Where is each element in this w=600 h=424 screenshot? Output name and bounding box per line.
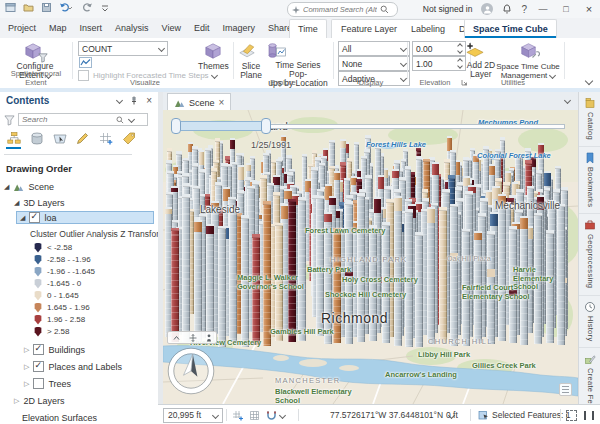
configure-extent-button[interactable] [24, 42, 46, 62]
tab-feature-layer[interactable]: Feature Layer [341, 24, 397, 34]
expand-navigator-icon[interactable] [173, 335, 180, 341]
tab-space-time-cube[interactable]: Space Time Cube [464, 19, 557, 38]
elevation-base-spinner[interactable]: 0.00 [412, 41, 466, 56]
tree-item-loa[interactable]: ◢ loa [16, 211, 154, 224]
slice-plane-button[interactable]: SlicePlane [238, 42, 264, 80]
command-search[interactable] [287, 2, 398, 17]
tab-analysis[interactable]: Analysis [115, 23, 149, 33]
tab-labeling[interactable]: Labeling [411, 24, 445, 34]
dock-tab-geoprocessing[interactable]: Geoprocessing [579, 214, 600, 295]
list-by-snapping-icon[interactable] [98, 132, 113, 149]
save-project-icon[interactable] [41, 2, 52, 13]
tab-project[interactable]: Project [8, 23, 36, 33]
maximize-button[interactable]: □ [559, 4, 573, 14]
display-dropdown-none[interactable]: None [338, 56, 410, 71]
list-by-drawing-order-icon[interactable] [6, 132, 21, 149]
minimize-button[interactable]: — [536, 4, 550, 14]
spinner-arrows-icon[interactable] [458, 59, 462, 68]
pane-menu-chevron-icon[interactable] [116, 97, 123, 104]
snapping-grid-plus-icon[interactable] [232, 410, 243, 421]
group-spatiotemporal-extent: Spatiotemporal Extent [0, 69, 72, 87]
variable-dropdown[interactable]: COUNT [78, 41, 168, 56]
layer-visibility-checkbox[interactable] [33, 378, 44, 389]
open-project-icon[interactable] [23, 2, 34, 13]
stc-management-button[interactable]: Space Time CubeManagement [496, 42, 560, 80]
signin-status[interactable]: Not signed in [423, 4, 473, 14]
layer-visibility-checkbox[interactable] [33, 361, 44, 372]
snapping-toggle[interactable] [266, 410, 285, 421]
map-scale-select[interactable]: 20,995 ft [163, 405, 223, 424]
command-search-input[interactable] [303, 5, 377, 14]
display-dropdown-all[interactable]: All [338, 41, 410, 56]
tab-insert[interactable]: Insert [80, 23, 103, 33]
arcgis-pro-window: Not signed in ? — □ × Project Map Insert… [0, 0, 600, 424]
spinner-arrows-icon[interactable] [458, 44, 462, 53]
chevron-down-icon [400, 45, 407, 52]
first-person-icon[interactable] [206, 334, 212, 342]
ribbon-collapse-icon[interactable] [583, 76, 592, 86]
notifications-icon[interactable] [502, 4, 512, 15]
list-by-selection-icon[interactable] [52, 132, 67, 149]
close-pane-icon[interactable]: × [146, 95, 152, 106]
selection-box-icon[interactable] [566, 410, 577, 421]
collapsed-icon[interactable]: ▷ [24, 346, 29, 353]
dock-tab-catalog[interactable]: Catalog [579, 92, 600, 147]
account-avatar[interactable] [481, 3, 493, 15]
tree-item-scene[interactable]: ◢ Scene [4, 180, 162, 193]
list-by-labeling-icon[interactable] [121, 132, 136, 149]
tab-edit[interactable]: Edit [194, 23, 210, 33]
chevron-down-icon [128, 116, 135, 123]
group-elevation: Elevation [409, 78, 461, 87]
undo-icon[interactable] [59, 2, 73, 13]
filter-icon[interactable] [4, 115, 15, 126]
tree-item-3d-layers[interactable]: ◢ 3D Layers [14, 196, 172, 209]
pin-icon[interactable] [130, 96, 138, 105]
time-slider-end-handle[interactable] [261, 118, 271, 134]
expand-icon[interactable]: ◢ [20, 214, 25, 221]
themes-button[interactable]: Themes [198, 42, 228, 80]
list-by-data-source-icon[interactable] [29, 132, 44, 149]
selected-features-status[interactable]: Selected Features: 1 [478, 405, 570, 424]
layer-visibility-checkbox[interactable] [29, 212, 40, 223]
time-slider-start-handle[interactable] [171, 118, 181, 134]
tab-time[interactable]: Time [289, 19, 327, 38]
elevation-dialog-launcher-icon[interactable] [461, 79, 468, 86]
close-button[interactable]: × [582, 3, 596, 15]
elevation-exaggeration-spinner[interactable]: 1.00 [412, 56, 466, 71]
list-by-editing-icon[interactable] [75, 132, 90, 149]
collapsed-icon[interactable]: ▷ [14, 397, 19, 404]
navigator-mini-toolbar[interactable] [167, 331, 217, 344]
grid-icon[interactable] [249, 410, 260, 421]
contents-search-input[interactable] [22, 115, 114, 124]
collapsed-icon[interactable]: ▷ [24, 380, 29, 387]
redo-icon[interactable] [80, 2, 94, 13]
overview-widget-icon[interactable] [559, 383, 572, 396]
pause-drawing-icon[interactable] [584, 411, 594, 420]
contents-search[interactable] [18, 113, 148, 126]
layer-visibility-checkbox[interactable] [33, 344, 44, 355]
close-view-icon[interactable]: × [219, 97, 225, 108]
compass-navigator[interactable] [165, 345, 217, 397]
view-list-chevron-icon[interactable] [564, 97, 571, 104]
tree-item-elevation-surfaces[interactable]: Elevation Surfaces [22, 411, 180, 424]
collapsed-icon[interactable]: ▷ [24, 363, 29, 370]
tab-view[interactable]: View [162, 23, 181, 33]
tab-imagery[interactable]: Imagery [222, 23, 255, 33]
help-icon[interactable]: ? [521, 4, 527, 15]
time-slider-date: 1/25/1991 [251, 140, 291, 150]
time-slider[interactable]: 1/25/1991 [169, 116, 569, 138]
tree-item-2d-layers[interactable]: ▷ 2D Layers [14, 394, 172, 407]
time-series-chart-icon[interactable] [79, 57, 92, 68]
scene-view-tab[interactable]: Scene × [167, 93, 231, 111]
dock-tab-bookmarks[interactable]: Bookmarks [579, 147, 600, 214]
dock-tab-history[interactable]: History [579, 296, 600, 348]
expand-icon[interactable]: ◢ [14, 199, 19, 206]
expand-icon[interactable]: ◢ [4, 183, 9, 190]
cursor-coordinates[interactable]: 77.5726171°W 37.6448101°N [330, 405, 454, 424]
customize-qat-icon[interactable] [101, 3, 109, 13]
tab-map[interactable]: Map [49, 23, 67, 33]
pan-icon[interactable] [189, 334, 197, 342]
add-2d-layer-button[interactable]: Add 2DLayer [466, 42, 496, 79]
scene-viewport[interactable]: AshlandMechumps PondForest Hills LakeCol… [163, 110, 578, 404]
new-project-icon[interactable] [5, 2, 16, 13]
